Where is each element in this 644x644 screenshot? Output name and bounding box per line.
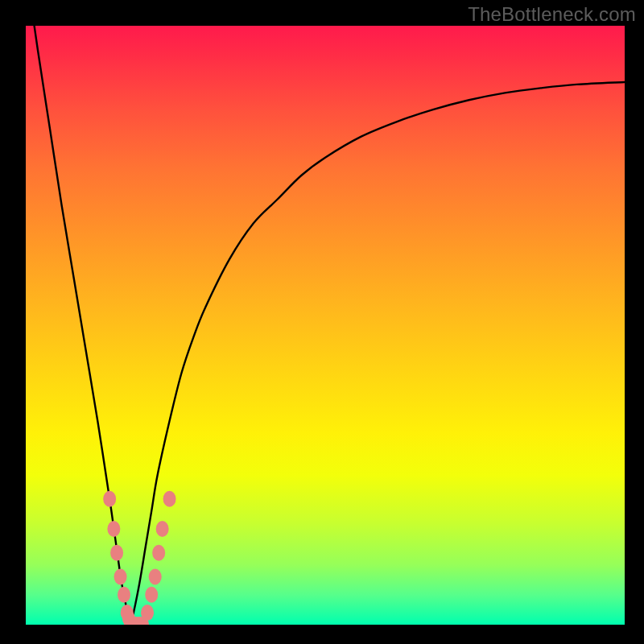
highlight-point: [107, 521, 120, 537]
highlight-point: [149, 568, 162, 584]
chart-frame: TheBottleneck.com: [0, 0, 644, 644]
highlight-markers: [103, 491, 175, 625]
highlight-point: [141, 605, 154, 621]
curve-layer: [26, 26, 625, 625]
highlight-point: [118, 587, 130, 603]
highlight-point: [114, 568, 127, 584]
highlight-point: [145, 587, 158, 603]
highlight-point: [156, 521, 169, 537]
highlight-point: [152, 545, 165, 561]
highlight-point: [110, 545, 123, 561]
watermark-text: TheBottleneck.com: [468, 3, 636, 26]
highlight-point: [163, 491, 176, 507]
highlight-point: [103, 491, 116, 507]
plot-area: [26, 26, 625, 625]
